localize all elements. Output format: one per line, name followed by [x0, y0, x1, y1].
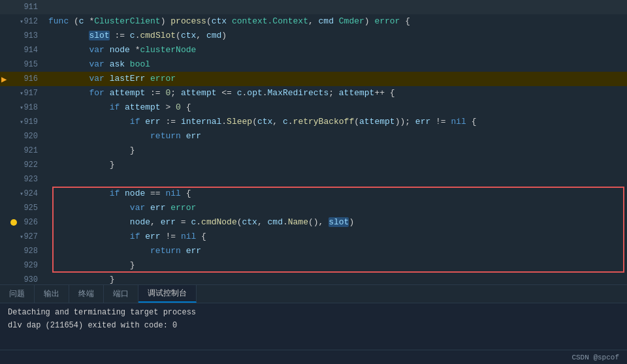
- token-punct: ,: [257, 217, 268, 227]
- token-punct: (),: [308, 217, 329, 227]
- code-line: 915 var ask bool: [0, 57, 627, 72]
- token-kw: if: [110, 102, 120, 112]
- editor-area: 911▾912func (c *ClusterClient) process(c…: [0, 0, 627, 284]
- code-content: var lastErr error: [46, 72, 627, 86]
- line-number: 930: [24, 275, 46, 284]
- token-var: ctx: [212, 16, 227, 26]
- token-punct: >: [161, 102, 176, 112]
- token-kw: nil: [451, 117, 466, 127]
- token-punct: (: [69, 16, 79, 26]
- panel-tab-terminal[interactable]: 终端: [69, 285, 104, 303]
- token-punct: }: [110, 160, 115, 170]
- token-punct: !=: [161, 232, 181, 241]
- panel-tab-port[interactable]: 端口: [104, 285, 138, 303]
- token-punct: [104, 74, 110, 83]
- token-punct: [181, 246, 186, 256]
- debug-arrow-icon: ▶: [1, 74, 10, 85]
- token-type: error: [374, 16, 400, 26]
- line-number: 912: [24, 17, 46, 26]
- line-number: 920: [24, 132, 46, 141]
- token-punct: }: [130, 145, 135, 155]
- code-content: if err := internal.Sleep(ctx, c.retryBac…: [46, 115, 627, 129]
- token-kw: return: [150, 246, 181, 256]
- line-number: 915: [24, 60, 46, 69]
- token-punct: ): [221, 31, 227, 40]
- code-line: 926 node, err = c.cmdNode(ctx, cmd.Name(…: [0, 215, 627, 230]
- token-num: 0: [176, 102, 181, 112]
- token-var: node: [130, 217, 150, 227]
- token-fn: retryBackoff: [293, 117, 355, 127]
- token-var: err: [186, 131, 201, 141]
- token-type: Cmder: [339, 16, 364, 26]
- token-punct: [181, 131, 186, 141]
- token-punct: ));: [395, 117, 415, 127]
- token-var: MaxRedirects: [268, 88, 329, 98]
- code-line: 928 return err: [0, 244, 627, 258]
- token-punct: :=: [110, 31, 130, 40]
- code-content: }: [46, 158, 627, 172]
- line-number: 926: [24, 218, 46, 227]
- code-line: ▾912func (c *ClusterClient) process(ctx …: [0, 14, 627, 29]
- token-type: bool: [130, 59, 150, 69]
- token-punct: [104, 45, 110, 55]
- token-punct: }: [110, 275, 115, 284]
- code-content: if node == nil {: [46, 187, 627, 201]
- token-punct: ;: [170, 88, 181, 98]
- panel-tab-debug-console[interactable]: 调试控制台: [138, 285, 197, 303]
- line-number: 918: [24, 103, 46, 112]
- code-line: 929 }: [0, 258, 627, 273]
- token-kw: nil: [181, 232, 196, 241]
- token-kw: return: [150, 131, 181, 141]
- token-type: error: [170, 203, 196, 213]
- token-var: ctx: [242, 217, 257, 227]
- code-content: return err: [46, 244, 627, 258]
- token-var: attempt: [125, 102, 161, 112]
- token-kw: var: [89, 74, 104, 83]
- panel-tab-output[interactable]: 输出: [35, 285, 69, 303]
- code-content: var ask bool: [46, 57, 627, 72]
- token-punct: ): [161, 16, 171, 26]
- line-number: 911: [24, 3, 46, 12]
- token-punct: }: [130, 260, 135, 270]
- token-punct: ,: [150, 217, 161, 227]
- token-punct: (: [176, 31, 181, 40]
- token-type: error: [150, 74, 176, 83]
- line-number: 924: [24, 189, 46, 198]
- token-fn: Name: [288, 217, 308, 227]
- token-punct: (: [206, 16, 212, 26]
- token-punct: ;: [329, 88, 339, 98]
- line-number: 925: [24, 204, 46, 213]
- token-kw: if: [130, 232, 140, 241]
- token-type: clusterNode: [140, 45, 196, 55]
- status-brand: CSDN @spcof: [571, 354, 619, 361]
- token-punct: {: [400, 16, 410, 26]
- line-number: 917: [24, 89, 46, 98]
- panel-tab-problems[interactable]: 问题: [0, 285, 35, 303]
- token-var: ctx: [257, 117, 272, 127]
- token-var: lastErr: [110, 74, 146, 83]
- token-punct: :=: [161, 117, 181, 127]
- code-content: var node *clusterNode: [46, 43, 627, 57]
- token-fn: Sleep: [227, 117, 252, 127]
- token-var: err: [161, 217, 176, 227]
- panel-content: Detaching and terminating target process…: [0, 303, 627, 350]
- code-content: }: [46, 273, 627, 284]
- token-highlight-slot2: slot: [329, 217, 349, 227]
- token-fn: cmdSlot: [140, 31, 176, 40]
- token-punct: ==: [145, 189, 165, 198]
- token-var: c: [237, 88, 242, 98]
- line-number: 927: [24, 232, 46, 241]
- token-fn: process: [170, 16, 206, 26]
- code-line: ▾919 if err := internal.Sleep(ctx, c.ret…: [0, 115, 627, 129]
- code-line: 911: [0, 0, 627, 14]
- token-var: err: [150, 203, 165, 213]
- token-punct: .: [283, 217, 288, 227]
- token-punct: ): [349, 217, 354, 227]
- line-number: 922: [24, 160, 46, 170]
- code-lines: 911▾912func (c *ClusterClient) process(c…: [0, 0, 627, 284]
- token-kw: var: [89, 59, 104, 69]
- token-kw: if: [130, 117, 140, 127]
- token-var: internal: [181, 117, 221, 127]
- panel-line: Detaching and terminating target process: [8, 306, 619, 319]
- code-content: slot := c.cmdSlot(ctx, cmd): [46, 29, 627, 43]
